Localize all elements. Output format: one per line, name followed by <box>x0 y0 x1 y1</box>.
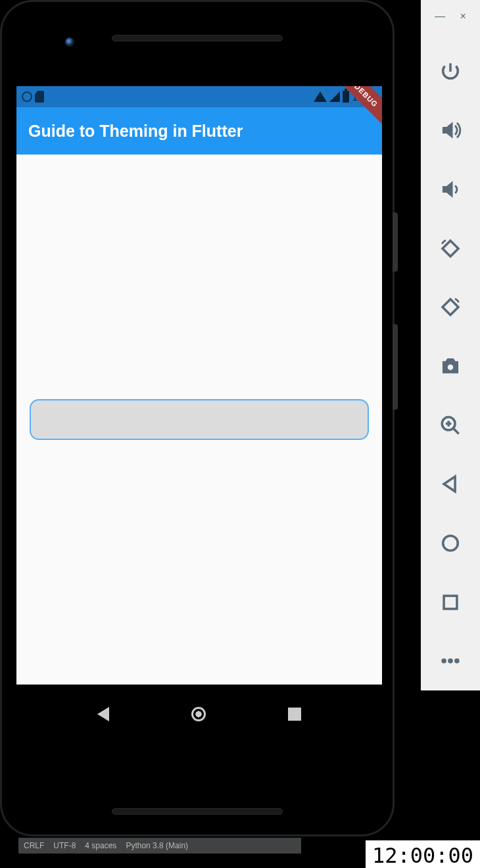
indent-indicator[interactable]: 4 spaces <box>85 841 116 850</box>
back-triangle-icon <box>439 473 462 495</box>
nav-recent-button[interactable] <box>288 708 301 721</box>
earpiece-speaker <box>112 35 283 41</box>
interpreter-indicator[interactable]: Python 3.8 (Main) <box>126 841 188 850</box>
android-navigation-bar <box>16 685 382 744</box>
svg-point-6 <box>442 659 446 663</box>
android-status-bar: 10:35 <box>16 86 382 107</box>
app-bar: Guide to Theming in Flutter DEBUG <box>16 107 382 155</box>
minimize-button[interactable]: — <box>435 11 445 22</box>
phone-frame: 10:35 Guide to Theming in Flutter DEBUG <box>0 0 395 836</box>
signal-icon <box>329 91 340 102</box>
line-ending-indicator[interactable]: CRLF <box>24 841 44 850</box>
ide-status-bar[interactable]: CRLF UTF-8 4 spaces Python 3.8 (Main) <box>18 838 301 854</box>
svg-point-7 <box>448 659 452 663</box>
volume-down-button[interactable] <box>435 174 466 205</box>
volume-up-button[interactable] <box>435 116 466 146</box>
bottom-speaker <box>112 808 283 815</box>
power-button[interactable] <box>435 57 466 87</box>
back-button[interactable] <box>435 469 466 499</box>
encoding-indicator[interactable]: UTF-8 <box>53 841 76 850</box>
battery-icon <box>343 91 349 103</box>
nav-home-button[interactable] <box>191 707 206 721</box>
window-controls: — × <box>421 7 480 42</box>
zoom-in-icon <box>439 414 462 437</box>
rotate-left-button[interactable] <box>435 233 466 264</box>
more-horizontal-icon <box>439 650 462 672</box>
physical-volume-rocker[interactable] <box>393 324 398 410</box>
themed-button[interactable] <box>30 399 369 440</box>
notification-icon <box>22 91 32 102</box>
phone-screen: 10:35 Guide to Theming in Flutter DEBUG <box>16 86 382 744</box>
rotate-right-icon <box>439 296 462 318</box>
device-bezel-top <box>2 2 393 86</box>
time-overlay: 12:00:00 <box>366 840 480 868</box>
rotate-left-icon <box>439 237 462 260</box>
svg-point-8 <box>455 659 459 663</box>
close-button[interactable]: × <box>460 11 466 22</box>
app-bar-title: Guide to Theming in Flutter <box>28 122 243 141</box>
screenshot-button[interactable] <box>435 351 466 381</box>
physical-power-button[interactable] <box>393 212 398 272</box>
camera-icon <box>439 355 462 377</box>
home-circle-icon <box>439 532 462 554</box>
svg-rect-1 <box>443 299 458 315</box>
svg-rect-5 <box>444 596 457 609</box>
rotate-right-button[interactable] <box>435 293 466 323</box>
more-button[interactable] <box>435 646 466 676</box>
svg-rect-0 <box>443 241 458 256</box>
volume-down-icon <box>439 178 462 201</box>
svg-point-4 <box>443 536 458 551</box>
sim-icon <box>35 91 44 103</box>
overview-square-icon <box>439 591 462 614</box>
home-button[interactable] <box>435 528 466 558</box>
front-camera <box>65 37 74 47</box>
zoom-button[interactable] <box>435 410 466 441</box>
nav-back-button[interactable] <box>97 707 109 721</box>
power-icon <box>439 60 462 83</box>
emulator-sidebar: — × <box>421 0 480 690</box>
app-body <box>16 155 382 685</box>
svg-point-2 <box>447 364 454 370</box>
wifi-icon <box>314 91 327 102</box>
overview-button[interactable] <box>435 587 466 617</box>
volume-up-icon <box>439 119 462 141</box>
